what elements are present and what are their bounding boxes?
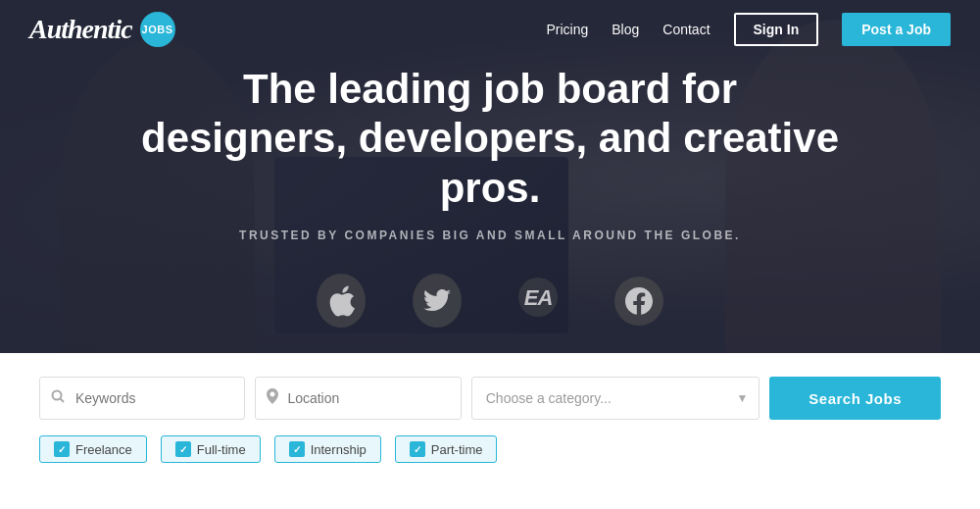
company-logos: EA [317, 274, 663, 328]
header: Authentic JOBS Pricing Blog Contact Sign… [0, 0, 980, 59]
search-section: Choose a category... Design Development … [0, 353, 980, 509]
keywords-input-wrap [39, 377, 245, 420]
internship-label: Internship [311, 442, 367, 457]
logo-area: Authentic JOBS [29, 12, 175, 47]
freelance-checkbox: ✓ [54, 441, 70, 457]
nav-pricing[interactable]: Pricing [546, 22, 588, 37]
svg-text:EA: EA [524, 285, 553, 310]
signin-button[interactable]: Sign In [734, 13, 819, 46]
logo-text[interactable]: Authentic [29, 14, 132, 45]
svg-line-3 [61, 399, 65, 403]
fulltime-label: Full-time [197, 442, 246, 457]
category-select-wrap: Choose a category... Design Development … [471, 377, 760, 420]
internship-check-icon: ✓ [293, 444, 301, 455]
keywords-input[interactable] [39, 377, 245, 420]
filter-fulltime[interactable]: ✓ Full-time [161, 435, 261, 463]
svg-point-2 [53, 391, 62, 400]
category-select[interactable]: Choose a category... Design Development … [471, 377, 760, 420]
jobs-badge: JOBS [140, 12, 175, 47]
fulltime-check-icon: ✓ [179, 444, 187, 455]
filter-parttime[interactable]: ✓ Part-time [395, 435, 498, 463]
internship-checkbox: ✓ [289, 441, 305, 457]
parttime-label: Part-time [431, 442, 483, 457]
search-bar: Choose a category... Design Development … [39, 377, 941, 420]
nav-contact[interactable]: Contact [662, 22, 710, 37]
location-input-wrap [255, 377, 461, 420]
nav-blog[interactable]: Blog [612, 22, 639, 37]
hero-subtitle: TRUSTED BY COMPANIES BIG AND SMALL AROUN… [239, 229, 741, 242]
filter-row: ✓ Freelance ✓ Full-time ✓ Internship ✓ P… [39, 435, 941, 463]
location-input[interactable] [255, 377, 461, 420]
parttime-checkbox: ✓ [410, 441, 425, 457]
search-icon [51, 389, 65, 407]
hero-title: The leading job board for designers, dev… [137, 65, 843, 213]
search-jobs-button[interactable]: Search Jobs [769, 377, 941, 420]
apple-logo [317, 274, 366, 328]
freelance-check-icon: ✓ [58, 444, 66, 455]
freelance-label: Freelance [75, 442, 132, 457]
parttime-check-icon: ✓ [414, 444, 421, 455]
post-job-button[interactable]: Post a Job [842, 13, 951, 46]
facebook-logo [614, 277, 663, 326]
nav-right: Pricing Blog Contact Sign In Post a Job [546, 13, 951, 46]
filter-freelance[interactable]: ✓ Freelance [39, 435, 147, 463]
filter-internship[interactable]: ✓ Internship [274, 435, 381, 463]
fulltime-checkbox: ✓ [175, 441, 191, 457]
location-icon [267, 388, 278, 408]
ea-logo: EA [509, 278, 567, 324]
twitter-logo [413, 274, 462, 328]
